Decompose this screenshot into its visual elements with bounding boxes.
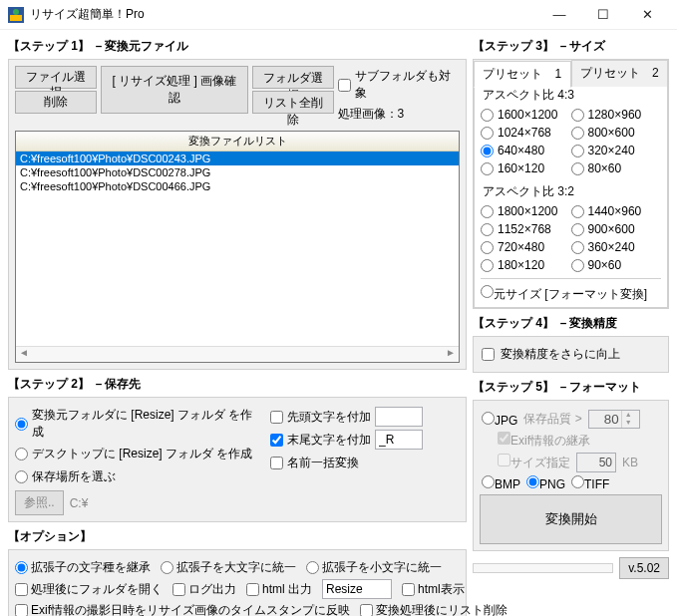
app-title: リサイズ超簡単！Pro xyxy=(30,6,537,23)
size-radio[interactable]: 180×120 xyxy=(481,258,571,272)
save-desktop-radio[interactable]: デスクトップに [Resize] フォルダ を作成 xyxy=(15,444,262,463)
ext-lower-radio[interactable]: 拡張子を小文字に統一 xyxy=(306,559,442,576)
size-radio[interactable]: 1440×960 xyxy=(571,204,662,218)
size-radio[interactable]: 160×120 xyxy=(481,161,571,175)
options-panel: 拡張子の文字種を継承 拡張子を大文字に統一 拡張子を小文字に統一 処理後にフォル… xyxy=(8,549,467,616)
quality-input: ▲▼ xyxy=(588,410,640,429)
log-checkbox[interactable]: ログ出力 xyxy=(172,581,236,598)
step4-title: 【ステップ 4】 －変換精度 xyxy=(473,315,669,332)
file-select-button[interactable]: ファイル選択 xyxy=(15,66,97,89)
resize-confirm-button[interactable]: [ リサイズ処理 ] 画像確認 xyxy=(101,66,248,114)
list-item[interactable]: C:¥freesoft100¥Photo¥DSC00243.JPG xyxy=(16,152,459,165)
image-count: 処理画像：3 xyxy=(338,106,460,123)
hscrollbar[interactable]: ◄► xyxy=(16,346,459,362)
step2-title: 【ステップ 2】 －保存先 xyxy=(8,376,467,393)
size-radio[interactable]: 1800×1200 xyxy=(481,204,571,218)
tab-preset2[interactable]: プリセット 2 xyxy=(571,60,669,87)
aspect32-label: アスペクト比 3:2 xyxy=(483,183,659,200)
step3-panel: プリセット 1 プリセット 2 アスペクト比 4:3 1600×12001280… xyxy=(473,59,669,309)
step4-panel: 変換精度をさらに向上 xyxy=(473,336,669,373)
app-icon xyxy=(8,7,24,23)
step1-panel: ファイル選択 削除 [ リサイズ処理 ] 画像確認 フォルダ選択 リスト全削除 … xyxy=(8,59,467,370)
folder-select-button[interactable]: フォルダ選択 xyxy=(252,66,334,89)
options-title: 【オプション】 xyxy=(8,528,467,545)
file-list-header: 変換ファイルリスト xyxy=(16,132,459,152)
prefix-input[interactable] xyxy=(375,407,423,427)
step5-title: 【ステップ 5】 －フォーマット xyxy=(473,379,669,396)
size-radio[interactable]: 320×240 xyxy=(571,144,662,157)
size-radio[interactable]: 80×60 xyxy=(571,161,662,175)
html-show-checkbox[interactable]: html表示 xyxy=(402,581,465,598)
size-radio[interactable]: 720×480 xyxy=(481,240,571,254)
size-radio[interactable]: 1600×1200 xyxy=(481,108,571,122)
maximize-button[interactable]: ☐ xyxy=(581,1,625,29)
size-radio[interactable]: 1024×768 xyxy=(481,126,571,140)
step3-title: 【ステップ 3】 －サイズ xyxy=(473,38,669,55)
list-item[interactable]: C:¥freesoft100¥Photo¥DSC00466.JPG xyxy=(16,179,459,193)
step1-title: 【ステップ 1】 －変換元ファイル xyxy=(8,38,467,55)
save-choose-radio[interactable]: 保存場所を選ぶ xyxy=(15,466,262,486)
ext-upper-radio[interactable]: 拡張子を大文字に統一 xyxy=(161,559,296,576)
file-list[interactable]: 変換ファイルリスト C:¥freesoft100¥Photo¥DSC00243.… xyxy=(15,131,460,363)
save-resize-folder-radio[interactable]: 変換元フォルダに [Resize] フォルダ を作成 xyxy=(15,407,262,441)
browse-button[interactable]: 参照.. xyxy=(15,490,64,515)
exif-timestamp-checkbox[interactable]: Exif情報の撮影日時をリサイズ画像のタイムスタンプに反映 xyxy=(15,602,350,616)
size-kb-input xyxy=(576,453,616,472)
html-name-input[interactable] xyxy=(322,579,392,599)
minimize-button[interactable]: — xyxy=(537,1,581,29)
save-path: C:¥ xyxy=(70,496,89,510)
quality-label: 保存品質 > xyxy=(523,411,581,428)
clear-list-button[interactable]: リスト全削除 xyxy=(252,91,334,114)
bmp-radio[interactable]: BMP xyxy=(482,475,520,491)
suffix-input[interactable] xyxy=(375,430,423,450)
list-item[interactable]: C:¥freesoft100¥Photo¥DSC00278.JPG xyxy=(16,165,459,179)
jpg-radio[interactable]: JPG xyxy=(482,412,517,428)
step5-panel: JPG 保存品質 > ▲▼ Exif情報の継承 サイズ指定 KB BMP PNG… xyxy=(473,400,669,551)
size-radio[interactable]: 900×600 xyxy=(571,222,662,236)
ext-inherit-radio[interactable]: 拡張子の文字種を継承 xyxy=(15,559,151,576)
delete-button[interactable]: 削除 xyxy=(15,91,97,114)
size-radio[interactable]: 90×60 xyxy=(571,258,662,272)
html-out-checkbox[interactable]: html 出力 xyxy=(246,581,312,598)
original-size-radio[interactable]: 元サイズ [フォーマット変換] xyxy=(481,287,647,301)
size-radio[interactable]: 1280×960 xyxy=(571,108,662,122)
rename-checkbox[interactable]: 名前一括変換 xyxy=(270,453,460,472)
footer-bar xyxy=(473,563,613,573)
prefix-checkbox[interactable]: 先頭文字を付加 xyxy=(270,407,460,427)
titlebar: リサイズ超簡単！Pro — ☐ ✕ xyxy=(0,0,677,30)
tab-preset1[interactable]: プリセット 1 xyxy=(474,61,571,88)
png-radio[interactable]: PNG xyxy=(526,475,565,491)
size-radio[interactable]: 1152×768 xyxy=(481,222,571,236)
size-radio[interactable]: 360×240 xyxy=(571,240,662,254)
size-spec-checkbox: サイズ指定 xyxy=(498,454,570,471)
svg-rect-1 xyxy=(10,15,22,21)
subfolder-checkbox[interactable]: サブフォルダも対象 xyxy=(338,68,460,102)
aspect43-label: アスペクト比 4:3 xyxy=(483,87,659,104)
step2-panel: 変換元フォルダに [Resize] フォルダ を作成 デスクトップに [Resi… xyxy=(8,397,467,522)
suffix-checkbox[interactable]: 末尾文字を付加 xyxy=(270,430,460,450)
version-button[interactable]: v.5.02 xyxy=(619,557,669,579)
size-radio[interactable]: 800×600 xyxy=(571,126,662,140)
precision-checkbox[interactable]: 変換精度をさらに向上 xyxy=(482,346,660,363)
svg-point-2 xyxy=(13,9,19,15)
close-button[interactable]: ✕ xyxy=(625,1,669,29)
open-folder-checkbox[interactable]: 処理後にフォルダを開く xyxy=(15,581,163,598)
size-radio[interactable]: 640×480 xyxy=(481,144,571,157)
tiff-radio[interactable]: TIFF xyxy=(571,475,609,491)
exif-inherit-checkbox: Exif情報の継承 xyxy=(498,432,590,450)
start-button[interactable]: 変換開始 xyxy=(480,494,662,544)
